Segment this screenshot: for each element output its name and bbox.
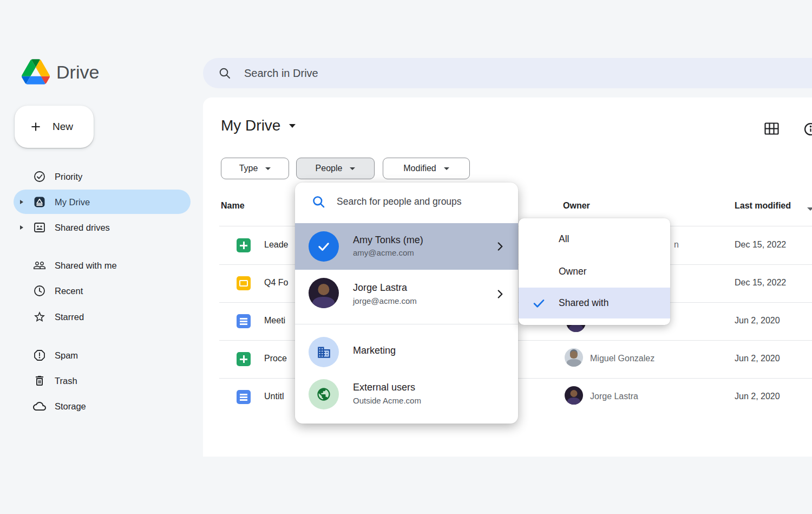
sidebar-item-trash[interactable]: Trash: [0, 368, 203, 393]
chevron-down-icon: [444, 167, 449, 170]
sidebar-item-my-drive-content[interactable]: My Drive: [0, 190, 203, 214]
last-modified-date: Jun 2, 2020: [735, 354, 780, 363]
chevron-down-icon: [265, 167, 271, 170]
chevron-down-icon: [350, 167, 355, 170]
sidebar-item-label: Priority: [55, 172, 82, 182]
people-search-input[interactable]: Search for people and groups: [337, 196, 462, 207]
owner-name: Jorge Lastra: [590, 392, 638, 401]
grid-view-icon[interactable]: [764, 122, 779, 135]
last-modified-date: Dec 15, 2022: [735, 240, 786, 250]
expand-caret-icon[interactable]: [20, 200, 23, 204]
group-avatar: [309, 337, 339, 367]
group-subtitle: Outside Acme.com: [353, 396, 421, 405]
sidebar-item-label: Trash: [55, 376, 77, 386]
submenu-item-label: All: [559, 233, 569, 245]
plus-icon: [29, 120, 43, 134]
filter-chip-modified[interactable]: Modified: [383, 158, 470, 179]
search-input[interactable]: Search in Drive: [244, 67, 318, 80]
avatar: [309, 278, 339, 308]
owner-name: Miguel Gonzalez: [590, 354, 654, 363]
chip-label: Type: [239, 164, 258, 173]
sidebar-item-storage[interactable]: Storage: [0, 394, 203, 419]
new-button[interactable]: New: [15, 106, 94, 148]
search-icon: [218, 67, 231, 80]
my-drive-icon: [33, 196, 46, 209]
person-email: amy@acme.com: [353, 248, 414, 257]
group-avatar: [309, 379, 339, 409]
building-icon: [317, 345, 331, 360]
sidebar-item-label: Spam: [55, 350, 78, 361]
person-name: Amy Tonks (me): [353, 235, 423, 246]
submenu-item-shared-with[interactable]: Shared with: [519, 288, 670, 318]
file-name: Meeti: [264, 316, 285, 326]
check-icon: [316, 239, 331, 254]
column-header-name[interactable]: Name: [221, 201, 245, 211]
trash-icon: [33, 374, 46, 387]
submenu-item-label: Owner: [559, 266, 587, 277]
cloud-icon: [33, 400, 46, 413]
globe-icon: [316, 387, 331, 402]
star-icon: [33, 310, 46, 323]
people-icon: [33, 259, 46, 272]
app-name: Drive: [56, 62, 99, 83]
submenu-item-label: Shared with: [559, 297, 608, 309]
sidebar-item-spam[interactable]: Spam: [0, 343, 203, 368]
sidebar-item-recent[interactable]: Recent: [0, 278, 203, 303]
sidebar-item-priority[interactable]: Priority: [0, 164, 203, 189]
column-header-owner[interactable]: Owner: [563, 201, 590, 211]
filter-chip-type[interactable]: Type: [221, 158, 289, 179]
avatar: [565, 348, 583, 367]
slides-file-icon: [237, 276, 251, 290]
check-circle-icon: [33, 170, 46, 183]
chevron-down-icon: [289, 124, 296, 128]
new-button-label: New: [53, 121, 73, 133]
avatar: [565, 386, 583, 405]
group-name: External users: [353, 382, 415, 393]
group-name: Marketing: [353, 345, 396, 356]
file-name: Leade: [264, 240, 289, 250]
column-header-last-modified[interactable]: Last modified: [735, 201, 791, 211]
sheets-file-icon: [237, 238, 251, 252]
clock-icon: [33, 284, 46, 297]
chevron-right-icon: [493, 239, 507, 253]
page-title-label: My Drive: [221, 117, 280, 134]
dropdown-divider: [295, 324, 518, 324]
file-name: Proce: [264, 354, 287, 363]
search-icon: [311, 194, 326, 209]
sort-caret-icon[interactable]: [807, 207, 812, 211]
person-option-amy[interactable]: Amy Tonks (me) amy@acme.com: [295, 223, 518, 270]
docs-file-icon: [237, 314, 251, 328]
sidebar-item-label: My Drive: [55, 197, 90, 207]
chip-label: People: [316, 164, 343, 173]
sidebar-item-label: Starred: [55, 312, 84, 322]
docs-file-icon: [237, 390, 251, 404]
expand-caret-icon[interactable]: [20, 225, 23, 230]
check-icon: [532, 296, 546, 310]
last-modified-date: Jun 2, 2020: [735, 316, 780, 326]
shared-drives-icon: [33, 221, 46, 234]
selected-avatar: [309, 231, 339, 262]
last-modified-date: Dec 15, 2022: [735, 278, 786, 288]
person-email: jorge@acme.com: [353, 296, 417, 305]
drive-app-window: Drive New Priority My Drive Shared drive…: [0, 0, 812, 514]
filter-chip-people[interactable]: People: [296, 158, 375, 179]
sheets-file-icon: [237, 352, 251, 366]
page-title[interactable]: My Drive: [221, 117, 296, 134]
sidebar-item-label: Shared with me: [55, 261, 117, 271]
file-name: Untitl: [264, 392, 284, 401]
sidebar-item-shared-drives[interactable]: Shared drives: [0, 215, 203, 240]
info-icon[interactable]: [803, 122, 812, 136]
submenu-item-all[interactable]: All: [519, 224, 670, 255]
last-modified-date: Jun 2, 2020: [735, 392, 780, 401]
drive-logo-icon: [22, 59, 50, 84]
sidebar-item-starred[interactable]: Starred: [0, 304, 203, 329]
chip-label: Modified: [403, 164, 436, 173]
chevron-right-icon: [493, 287, 507, 301]
search-bar[interactable]: Search in Drive: [203, 58, 812, 88]
submenu-item-owner[interactable]: Owner: [519, 256, 670, 287]
people-filter-dropdown: Search for people and groups Amy Tonks (…: [295, 183, 518, 424]
sidebar-item-shared-with-me[interactable]: Shared with me: [0, 253, 203, 278]
owner-filter-submenu: All Owner Shared with: [519, 218, 670, 325]
spam-icon: [33, 349, 46, 362]
person-name: Jorge Lastra: [353, 282, 407, 294]
